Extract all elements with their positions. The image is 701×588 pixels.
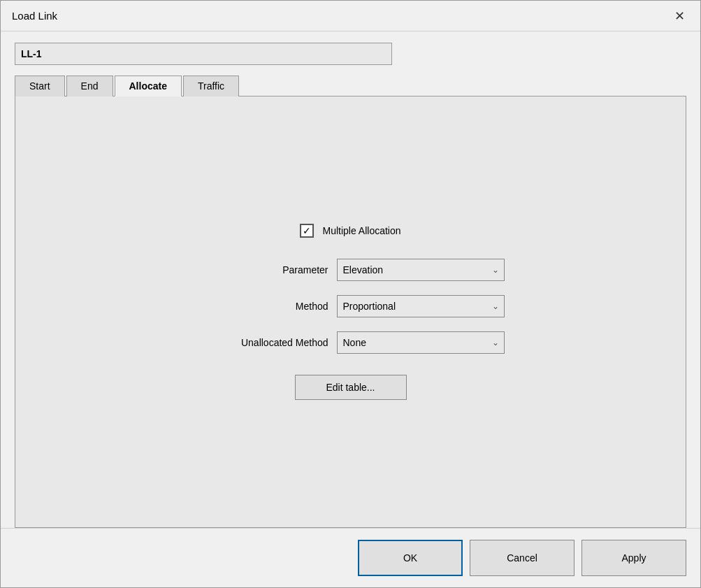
method-label: Method bbox=[224, 301, 328, 312]
cancel-button[interactable]: Cancel bbox=[470, 540, 574, 576]
dialog-content: Start End Allocate Traffic Multiple Allo… bbox=[1, 31, 700, 528]
method-row: Method Proportional Equal Custom ⌄ bbox=[197, 295, 505, 317]
close-button[interactable]: ✕ bbox=[670, 6, 689, 26]
unallocated-method-select-wrapper: None Equal Custom ⌄ bbox=[337, 331, 505, 354]
method-select-wrapper: Proportional Equal Custom ⌄ bbox=[337, 295, 505, 317]
parameter-label: Parameter bbox=[224, 264, 328, 275]
title-bar: Load Link ✕ bbox=[1, 1, 700, 31]
multiple-allocation-checkbox[interactable] bbox=[300, 224, 314, 238]
allocate-panel: Multiple Allocation Parameter Elevation … bbox=[15, 96, 686, 528]
tab-end[interactable]: End bbox=[66, 76, 113, 96]
panel-inner: Multiple Allocation Parameter Elevation … bbox=[197, 224, 505, 400]
unallocated-method-select[interactable]: None Equal Custom bbox=[337, 331, 505, 354]
tab-bar: Start End Allocate Traffic bbox=[15, 75, 686, 96]
unallocated-method-row: Unallocated Method None Equal Custom ⌄ bbox=[197, 331, 505, 354]
id-input[interactable] bbox=[15, 43, 392, 65]
method-select[interactable]: Proportional Equal Custom bbox=[337, 295, 505, 317]
parameter-select-wrapper: Elevation None Custom ⌄ bbox=[337, 259, 505, 281]
multiple-allocation-row: Multiple Allocation bbox=[300, 224, 400, 238]
tab-start[interactable]: Start bbox=[15, 76, 65, 96]
dialog-title: Load Link bbox=[12, 10, 57, 22]
apply-button[interactable]: Apply bbox=[581, 540, 686, 576]
dialog-footer: OK Cancel Apply bbox=[1, 528, 700, 587]
edit-table-button[interactable]: Edit table... bbox=[295, 375, 407, 400]
parameter-select[interactable]: Elevation None Custom bbox=[337, 259, 505, 281]
tab-traffic[interactable]: Traffic bbox=[183, 76, 239, 96]
tab-allocate[interactable]: Allocate bbox=[115, 76, 182, 96]
unallocated-method-label: Unallocated Method bbox=[224, 337, 328, 348]
multiple-allocation-label: Multiple Allocation bbox=[322, 225, 400, 236]
parameter-row: Parameter Elevation None Custom ⌄ bbox=[197, 259, 505, 281]
load-link-dialog: Load Link ✕ Start End Allocate Traffic M… bbox=[0, 0, 701, 588]
ok-button[interactable]: OK bbox=[358, 540, 463, 576]
